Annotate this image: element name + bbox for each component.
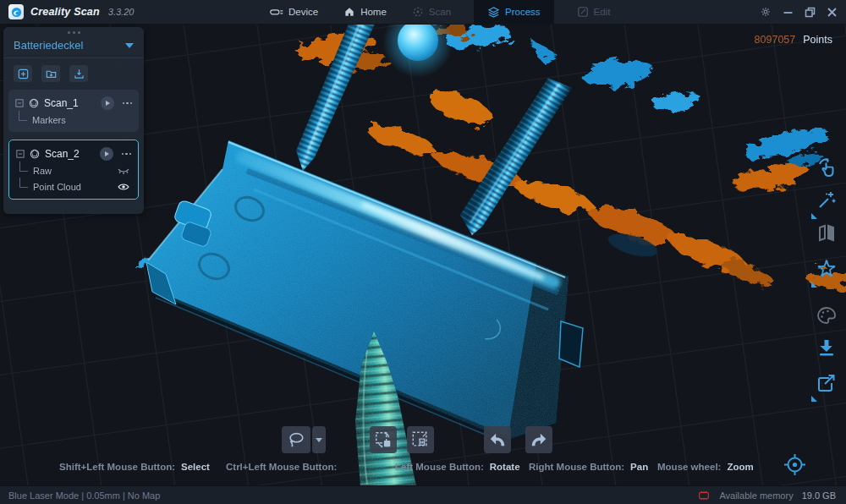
app-brand: Creality Scan 3.3.20: [8, 4, 134, 19]
magic-wand-icon: [816, 190, 837, 211]
more-options-button[interactable]: [122, 153, 132, 156]
mesh-optimize-tool-button[interactable]: [816, 258, 838, 280]
close-icon[interactable]: [827, 7, 838, 18]
tree-branch: [19, 111, 27, 121]
add-project-button[interactable]: [14, 65, 32, 82]
invert-selection-icon: [374, 430, 393, 449]
play-icon: [106, 101, 110, 106]
nav-tab-process[interactable]: Process: [474, 0, 554, 24]
maximize-icon[interactable]: [805, 7, 816, 18]
hint-right-pan: Right Mouse Button:Pan: [529, 462, 648, 472]
scan-name: Scan_2: [45, 148, 95, 160]
collapse-icon[interactable]: [16, 150, 25, 158]
texture-palette-tool-button[interactable]: [816, 304, 838, 326]
scan-card-scan2[interactable]: Scan_2 Raw Point Cloud: [8, 140, 139, 200]
export-project-icon: [74, 68, 85, 79]
scan-name: Scan_1: [44, 97, 96, 109]
submenu-triangle: [811, 396, 817, 402]
settings-gear-icon[interactable]: [760, 6, 772, 18]
collapse-icon[interactable]: [15, 99, 24, 107]
undo-icon: [488, 430, 507, 449]
hint-ctrl: Ctrl+Left Mouse Button:: [226, 462, 343, 472]
dropdown-arrow-icon: [316, 438, 322, 442]
panel-drag-handle[interactable]: [3, 29, 144, 35]
undo-button[interactable]: [484, 426, 511, 453]
scan-mode-status: Blue Laser Mode | 0.05mm | No Map: [8, 490, 697, 501]
visibility-on-icon[interactable]: [118, 183, 129, 191]
magic-select-tool-button[interactable]: [816, 189, 838, 211]
app-version: 3.3.20: [108, 7, 135, 17]
point-count-label: Points: [803, 34, 832, 46]
mirror-flip-icon: [816, 222, 837, 243]
chevron-down-icon: [125, 43, 134, 48]
delete-selection-button[interactable]: [407, 426, 434, 453]
crosshair-icon: [783, 453, 806, 476]
device-icon: [270, 6, 283, 18]
scan-child-markers[interactable]: Markers: [15, 112, 132, 128]
edit-icon: [577, 6, 589, 18]
point-count-value: 8097057: [755, 34, 796, 46]
mesh-sphere-icon: [29, 98, 39, 108]
tree-branch: [19, 162, 28, 172]
hint-wheel-zoom: Mouse wheel:Zoom: [657, 462, 754, 472]
app-logo-icon: [8, 4, 24, 19]
import-project-button[interactable]: [41, 65, 60, 82]
tap-select-icon: [816, 157, 837, 178]
memory-value: 19.0 GB: [802, 490, 836, 501]
scan-child-raw[interactable]: Raw: [16, 162, 131, 178]
lasso-dropdown-button[interactable]: [312, 426, 326, 453]
hint-left-rotate: Left Mouse Button:Rotate: [395, 462, 520, 472]
tree-branch: [19, 178, 28, 188]
project-panel: Batteriedeckel Scan_1 Markers Sc: [3, 27, 144, 214]
project-name: Batteriedeckel: [14, 39, 125, 52]
star-mesh-icon: [816, 259, 837, 279]
palette-icon: [816, 305, 837, 326]
nav-tab-edit[interactable]: Edit: [574, 0, 613, 24]
import-project-icon: [46, 68, 57, 79]
lasso-select-icon: [287, 430, 305, 449]
nav-tab-home[interactable]: Home: [341, 0, 389, 24]
window-controls: [760, 0, 838, 24]
main-nav: Device Home Scan Process Edit: [267, 0, 613, 24]
status-bar: Blue Laser Mode | 0.05mm | No Map Availa…: [0, 485, 846, 504]
app-title: Creality Scan: [30, 6, 100, 18]
submenu-triangle: [811, 213, 817, 219]
save-button[interactable]: [816, 337, 838, 359]
nav-tab-scan[interactable]: Scan: [409, 0, 453, 24]
play-button[interactable]: [100, 147, 113, 161]
scan-card-scan1[interactable]: Scan_1 Markers: [8, 90, 139, 132]
play-button[interactable]: [101, 96, 114, 110]
invert-selection-button[interactable]: [370, 426, 397, 453]
mirror-flip-tool-button[interactable]: [816, 222, 838, 244]
submenu-triangle: [811, 282, 817, 288]
title-bar: Creality Scan 3.3.20 Device Home Scan Pr…: [0, 0, 846, 25]
play-icon: [105, 151, 109, 156]
point-count-badge: 8097057 Points: [755, 34, 832, 46]
mesh-sphere-icon: [30, 149, 40, 159]
scan-icon: [412, 6, 424, 18]
nav-tab-device[interactable]: Device: [267, 0, 321, 24]
project-tools: [3, 58, 144, 90]
memory-label: Available memory: [719, 490, 793, 501]
more-options-button[interactable]: [123, 102, 133, 105]
save-download-icon: [816, 337, 837, 358]
export-share-icon: [816, 373, 837, 393]
export-button[interactable]: [816, 372, 838, 394]
hint-shift-select: Shift+Left Mouse Button:Select: [59, 462, 210, 472]
export-project-button[interactable]: [69, 65, 88, 82]
mouse-hints-bar: Shift+Left Mouse Button:Select Ctrl+Left…: [0, 462, 846, 475]
home-icon: [343, 6, 355, 18]
gpu-warning-icon: [697, 490, 711, 501]
minimize-icon[interactable]: [783, 7, 794, 18]
add-project-icon: [18, 68, 29, 79]
visibility-off-icon[interactable]: [118, 167, 129, 175]
lasso-select-button[interactable]: [282, 426, 310, 453]
tap-select-tool-button[interactable]: [816, 156, 838, 178]
redo-icon: [530, 430, 548, 449]
view-reset-button[interactable]: [783, 453, 806, 479]
scan-child-point-cloud[interactable]: Point Cloud: [16, 178, 131, 194]
redo-button[interactable]: [525, 426, 552, 453]
delete-selection-icon: [411, 430, 430, 449]
process-layers-icon: [487, 6, 500, 19]
project-selector[interactable]: Batteriedeckel: [3, 35, 144, 58]
